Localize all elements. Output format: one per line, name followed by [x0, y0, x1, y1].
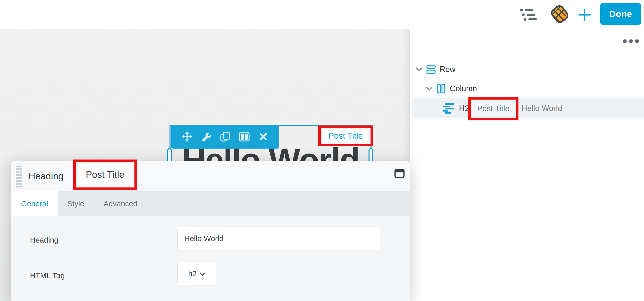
html-tag-field-label: HTML Tag [30, 271, 65, 280]
module-label[interactable]: Post Title [322, 129, 369, 142]
module-toolbar [171, 125, 279, 149]
row-icon [426, 65, 436, 74]
tab-advanced[interactable]: Advanced [94, 191, 147, 216]
add-content-icon[interactable] [577, 8, 592, 22]
tab-style[interactable]: Style [58, 191, 94, 216]
settings-tabs: General Style Advanced [11, 191, 410, 216]
wrench-icon[interactable] [201, 131, 212, 142]
annotation-box-tree: Post Title [468, 97, 518, 120]
top-toolbar: Done [0, 0, 644, 29]
tree-item-row[interactable]: Row [416, 64, 455, 75]
duplicate-icon[interactable] [220, 131, 231, 142]
annotation-box-header: Post Title [73, 160, 137, 190]
tree-module-text-wrap: Hello World [522, 103, 562, 114]
columns-icon[interactable] [239, 131, 250, 142]
heading-settings-panel: Heading Post Title General Style Advance… [11, 161, 410, 301]
settings-header: Heading Post Title [11, 161, 410, 191]
html-tag-select[interactable]: h2 [177, 262, 216, 286]
outline-panel-icon[interactable] [518, 7, 538, 22]
tree-module-tag: H2 [459, 104, 469, 113]
tree-module-name: Post Title [472, 101, 515, 117]
tree-item-column[interactable]: Column [426, 83, 477, 94]
chevron-down-icon[interactable] [416, 67, 422, 72]
heading-field-label: Heading [30, 236, 58, 244]
done-button[interactable]: Done [600, 3, 641, 25]
settings-panel-title: Heading [28, 161, 64, 191]
tree-column-label[interactable]: Column [450, 84, 477, 93]
panel-drag-handle[interactable] [16, 166, 22, 187]
beaver-builder-logo-icon[interactable] [547, 2, 572, 27]
html-tag-value: h2 [188, 270, 196, 278]
close-icon[interactable] [258, 131, 269, 142]
beaver-builder-app: Hello World Post Title [0, 0, 644, 301]
ellipsis-menu-icon[interactable] [621, 36, 641, 47]
settings-panel-subtitle: Post Title [78, 164, 132, 185]
tree-item-module[interactable]: H2 [443, 103, 469, 114]
chevron-down-icon [200, 272, 205, 276]
annotation-box-canvas: Post Title [318, 125, 373, 146]
tree-row-label[interactable]: Row [440, 65, 455, 74]
tab-general[interactable]: General [11, 191, 58, 216]
tree-module-text: Hello World [522, 104, 562, 113]
column-icon [437, 84, 446, 94]
heading-field-input[interactable] [177, 227, 380, 250]
heading-module-icon [443, 103, 454, 114]
window-icon[interactable] [394, 168, 405, 179]
settings-body: Heading HTML Tag h2 [11, 216, 410, 301]
chevron-down-icon[interactable] [426, 86, 433, 91]
move-icon[interactable] [181, 131, 193, 142]
